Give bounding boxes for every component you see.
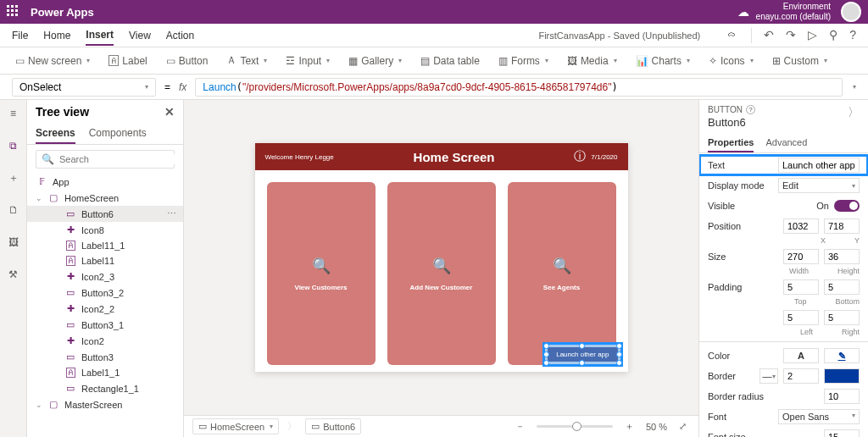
font-size-input[interactable] (824, 429, 860, 437)
font-color-swatch[interactable]: A (783, 348, 819, 363)
zoom-slider[interactable] (537, 425, 613, 428)
padding-bottom-input[interactable] (824, 279, 860, 295)
menu-view[interactable]: View (129, 26, 151, 45)
tab-screens[interactable]: Screens (36, 124, 75, 144)
selected-control[interactable]: Launch other app (542, 342, 622, 367)
height-input[interactable] (824, 249, 860, 264)
crumb-control[interactable]: ▭Button6 (305, 418, 361, 434)
card-add-customer[interactable]: 🔍Add New Customer (387, 182, 496, 365)
help-badge-icon[interactable]: ? (746, 105, 755, 114)
tree-item-button3-1[interactable]: ▭Button3_1 (27, 317, 183, 333)
tab-advanced[interactable]: Advanced (765, 134, 807, 152)
zoom-in-icon[interactable]: ＋ (621, 420, 637, 433)
menu-action[interactable]: Action (166, 26, 194, 45)
ribbon-new-screen[interactable]: ▭New screen▾ (12, 53, 93, 69)
undo-icon[interactable]: ↶ (764, 28, 774, 43)
ribbon-charts[interactable]: 📊Charts▾ (632, 53, 693, 69)
rail-data-icon[interactable]: 🗋 (5, 202, 22, 218)
tab-components[interactable]: Components (89, 124, 147, 144)
tree-item-icon2[interactable]: ✚Icon2 (27, 333, 183, 349)
tree-item-button6[interactable]: ▭Button6⋯ (27, 206, 183, 222)
panel-close-icon[interactable]: ✕ (164, 105, 175, 119)
fx-icon[interactable]: fx (179, 81, 186, 93)
fit-to-window-icon[interactable]: ⤢ (676, 421, 690, 432)
gallery-icon: ▦ (348, 55, 358, 67)
formula-bar: OnSelect▾ = fx Launch("/providers/Micros… (0, 75, 868, 100)
formula-expand-icon[interactable]: ▾ (853, 83, 856, 91)
padding-right-input[interactable] (824, 310, 860, 325)
padding-left-input[interactable] (783, 310, 819, 325)
expand-chevron-icon[interactable]: 〉 (848, 105, 860, 120)
help-icon[interactable]: ? (849, 28, 856, 43)
rail-tree-view-icon[interactable]: ⧉ (5, 137, 22, 154)
rail-hamburger-icon[interactable]: ≡ (5, 105, 22, 122)
redo-icon[interactable]: ↷ (786, 28, 796, 43)
border-thickness-input[interactable] (783, 368, 819, 384)
menu-file[interactable]: File (12, 26, 28, 45)
position-y-input[interactable] (824, 218, 860, 234)
prop-border: Border —▾ (699, 366, 868, 386)
ribbon-custom[interactable]: ⊞Custom▾ (769, 53, 831, 69)
display-mode-select[interactable]: Edit▾ (778, 178, 860, 193)
formula-input[interactable]: Launch("/providers/Microsoft.PowerApps/a… (195, 78, 843, 97)
ribbon-forms[interactable]: ▥Forms▾ (495, 53, 552, 69)
app-checker-icon[interactable]: ᯅ (727, 28, 739, 43)
tree-search[interactable]: 🔍 (36, 150, 175, 169)
share-icon[interactable]: ⚲ (829, 28, 837, 43)
tree-item-icon2-2[interactable]: ✚Icon2_2 (27, 301, 183, 317)
font-select[interactable]: Open Sans▾ (778, 409, 860, 424)
prop-padding-lr (699, 307, 868, 328)
tree-item-label11[interactable]: 🄰Label11 (27, 253, 183, 268)
position-x-input[interactable] (783, 218, 819, 234)
ribbon-text[interactable]: ＡText▾ (223, 52, 270, 69)
rail-media-icon[interactable]: 🖼 (5, 234, 22, 251)
prop-padding: Padding (699, 277, 868, 297)
tree-app[interactable]: 𝔽App (27, 174, 183, 190)
zoom-out-icon[interactable]: － (512, 420, 528, 433)
search-input[interactable] (59, 154, 176, 164)
ribbon-gallery[interactable]: ▦Gallery▾ (345, 53, 405, 69)
user-avatar[interactable] (841, 2, 861, 22)
card-view-customers[interactable]: 🔍View Customers (267, 182, 376, 365)
border-color-swatch[interactable] (824, 368, 860, 384)
environment-picker[interactable]: ☁ Environment enayu.com (default) (737, 2, 831, 22)
tree-item-button3-2[interactable]: ▭Button3_2 (27, 285, 183, 301)
preview-icon[interactable]: ▷ (808, 28, 817, 43)
label-icon: 🄰 (108, 55, 119, 67)
ribbon-input[interactable]: ☲Input▾ (282, 53, 333, 69)
ribbon-media[interactable]: 🖼Media▾ (564, 53, 620, 69)
ribbon-button[interactable]: ▭Button (163, 53, 212, 69)
rail-insert-icon[interactable]: ＋ (5, 169, 22, 186)
text-input[interactable] (778, 158, 860, 173)
more-icon[interactable]: ⋯ (167, 208, 178, 219)
border-style-select[interactable]: —▾ (760, 368, 778, 384)
rail-advanced-icon[interactable]: ⚒ (5, 266, 22, 283)
ribbon-icons[interactable]: ✧Icons▾ (705, 53, 757, 69)
info-icon[interactable]: ⓘ (574, 149, 586, 164)
width-input[interactable] (783, 249, 819, 264)
tree-item-icon2-3[interactable]: ✚Icon2_3 (27, 268, 183, 285)
tab-properties[interactable]: Properties (708, 134, 754, 152)
tree-item-label1-1[interactable]: 🄰Label1_1 (27, 365, 183, 380)
launch-other-app-button[interactable]: Launch other app (548, 347, 617, 362)
app-launcher-icon[interactable] (7, 5, 20, 19)
tree-item-rectangle1-1[interactable]: ▭Rectangle1_1 (27, 380, 183, 396)
property-selector[interactable]: OnSelect▾ (12, 78, 156, 97)
tree-masterscreen[interactable]: ⌄▢MasterScreen (27, 396, 183, 412)
fill-color-swatch[interactable]: ✎ (824, 348, 860, 363)
tree-item-icon8[interactable]: ✚Icon8 (27, 222, 183, 238)
ribbon-data-table[interactable]: ▤Data table (417, 53, 483, 69)
crumb-screen[interactable]: ▭HomeScreen▾ (192, 418, 279, 434)
ribbon-label[interactable]: 🄰Label (105, 53, 150, 69)
menu-insert[interactable]: Insert (86, 25, 114, 46)
border-radius-input[interactable] (824, 389, 860, 404)
card-see-agents[interactable]: 🔍See Agents (508, 182, 616, 365)
app-canvas[interactable]: Welcome Henry Legge Home Screen ⓘ 7/1/20… (255, 143, 628, 372)
prop-font-size: Font size (699, 427, 868, 437)
padding-top-input[interactable] (783, 279, 819, 295)
tree-item-button3[interactable]: ▭Button3 (27, 349, 183, 365)
menu-home[interactable]: Home (43, 26, 70, 45)
visible-toggle[interactable] (834, 200, 860, 212)
tree-homescreen[interactable]: ⌄▢HomeScreen (27, 190, 183, 206)
tree-item-label11-1[interactable]: 🄰Label11_1 (27, 238, 183, 253)
